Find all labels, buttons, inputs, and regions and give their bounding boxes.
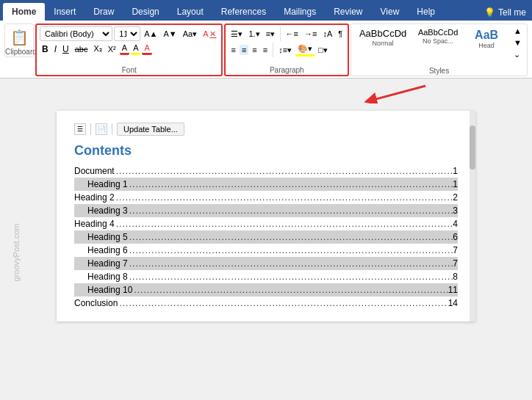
clipboard-group: 📋 Clipboard	[4, 23, 34, 57]
toc-entry-text: Heading 2	[74, 192, 115, 203]
styles-group: AaBbCcDd Normal AaBbCcDd No Spac... AaB …	[351, 23, 528, 76]
toc-entry-text: Heading 1	[87, 179, 128, 189]
subscript-btn[interactable]: X₂	[91, 43, 104, 54]
toc-menu-icon[interactable]: ☰	[74, 123, 86, 135]
increase-font-btn[interactable]: A▲	[142, 29, 159, 39]
underline-btn[interactable]: U	[60, 43, 71, 55]
align-right-btn[interactable]: ≡	[250, 45, 259, 55]
tab-review[interactable]: Review	[325, 3, 371, 21]
toc-divider	[90, 123, 91, 135]
ribbon: 📋 Clipboard Calibri (Body) 11 A▲ A▼ Aa▾ …	[0, 21, 532, 79]
bullets-btn[interactable]: ☰▾	[229, 29, 245, 40]
toc-entry: Heading 10..............................…	[74, 283, 458, 297]
tab-home[interactable]: Home	[3, 3, 45, 21]
watermark-text: groovyPost.com	[12, 224, 21, 282]
align-center-btn[interactable]: ≡	[240, 45, 248, 55]
tab-draw[interactable]: Draw	[85, 3, 123, 21]
update-table-btn[interactable]: Update Table...	[117, 123, 184, 136]
toc-entry: Heading 2...............................…	[74, 191, 458, 204]
decrease-font-btn[interactable]: A▼	[161, 29, 179, 39]
toc-entry: Conclusion..............................…	[74, 297, 458, 310]
toc-entry-dots: ........................................…	[128, 232, 453, 242]
toc-entries: Document................................…	[74, 164, 458, 310]
tab-mailings[interactable]: Mailings	[275, 3, 325, 21]
tab-view[interactable]: View	[372, 3, 409, 21]
toc-entry-text: Heading 6	[87, 245, 128, 255]
decrease-indent-btn[interactable]: ←≡	[284, 29, 301, 39]
tab-help[interactable]: Help	[408, 3, 444, 21]
style-head[interactable]: AaB Head	[464, 26, 508, 51]
toc-entry-text: Heading 7	[87, 258, 128, 269]
paragraph-group: ☰▾ 1.▾ ≡▾ ←≡ →≡ ↕A ¶ ≡ ≡ ≡ ≡ ↕≡▾ 🎨▾ □▾ P…	[224, 23, 349, 76]
toc-entry-page: 2	[453, 192, 458, 203]
shading-btn[interactable]: 🎨▾	[295, 43, 314, 57]
paragraph-group-label: Paragraph	[226, 66, 348, 74]
red-arrow-icon	[363, 80, 429, 103]
toc-entry-dots: ........................................…	[128, 245, 453, 255]
align-left-btn[interactable]: ≡	[229, 45, 237, 55]
line-spacing-btn[interactable]: ↕≡▾	[276, 45, 294, 56]
show-para-btn[interactable]: ¶	[336, 29, 345, 39]
tab-references[interactable]: References	[212, 3, 275, 21]
numbering-btn[interactable]: 1.▾	[246, 29, 262, 40]
toc-entry: Heading 3...............................…	[74, 204, 458, 217]
multilevel-btn[interactable]: ≡▾	[264, 29, 277, 40]
strikethrough-btn[interactable]: abc	[73, 44, 90, 54]
style-normal[interactable]: AaBbCcDd Normal	[354, 26, 411, 49]
toc-entry-page: 8	[453, 272, 458, 282]
style-normal-label: Normal	[373, 40, 394, 47]
styles-expand[interactable]: ⌄	[511, 49, 524, 60]
justify-btn[interactable]: ≡	[261, 45, 270, 55]
scroll-thumb[interactable]	[470, 126, 475, 170]
superscript-btn[interactable]: X²	[106, 44, 118, 54]
toc-entry: Document................................…	[74, 164, 458, 178]
style-nospace[interactable]: AaBbCcDd No Spac...	[413, 26, 463, 47]
style-head-preview: AaB	[475, 28, 498, 42]
styles-scroll-down[interactable]: ▼	[511, 37, 524, 48]
clear-format-btn[interactable]: A✕	[201, 29, 218, 40]
tell-me-label[interactable]: Tell me	[498, 7, 526, 18]
doc-scrollbar[interactable]	[470, 111, 475, 321]
styles-scroll-up[interactable]: ▲	[511, 26, 524, 36]
toc-entry-page: 1	[453, 166, 458, 176]
font-group-label: Font	[37, 66, 221, 74]
clipboard-label: Clipboard	[5, 48, 33, 56]
font-size-select[interactable]: 11	[114, 26, 140, 41]
toc-entry-page: 14	[448, 298, 458, 308]
italic-btn[interactable]: I	[52, 43, 59, 55]
toc-doc-icon[interactable]: 📄	[96, 123, 107, 135]
svg-line-0	[370, 86, 425, 101]
tab-insert[interactable]: Insert	[45, 3, 85, 21]
tab-design[interactable]: Design	[123, 3, 168, 21]
doc-page: ☰ 📄 Update Table... Contents Document...…	[57, 111, 475, 321]
change-case-btn[interactable]: Aa▾	[181, 29, 199, 40]
toc-entry-page: 11	[448, 285, 458, 295]
bold-btn[interactable]: B	[40, 43, 51, 55]
annotation-area	[0, 79, 532, 105]
toc-entry-text: Conclusion	[74, 298, 118, 308]
doc-area: groovyPost.com ☰ 📄 Update Table... Conte…	[0, 105, 532, 400]
clipboard-icon: 📋	[10, 29, 29, 46]
sort-btn[interactable]: ↕A	[320, 29, 334, 39]
toc-entry-page: 3	[453, 206, 458, 216]
font-group: Calibri (Body) 11 A▲ A▼ Aa▾ A✕ B I U abc…	[35, 23, 223, 76]
tab-layout[interactable]: Layout	[168, 3, 212, 21]
styles-group-label: Styles	[351, 67, 527, 75]
borders-btn[interactable]: □▾	[316, 45, 330, 56]
toc-entry-dots: ........................................…	[115, 192, 453, 203]
toc-entry: Heading 4...............................…	[74, 217, 458, 230]
text-color-btn[interactable]: A	[142, 43, 151, 55]
toc-entry: Heading 8...............................…	[74, 270, 458, 283]
tab-right-area: 💡 Tell me	[484, 7, 532, 21]
toc-entry: Heading 7...............................…	[74, 257, 458, 270]
increase-indent-btn[interactable]: →≡	[302, 29, 319, 39]
highlight-btn[interactable]: A	[131, 43, 140, 55]
lightbulb-icon[interactable]: 💡	[484, 7, 495, 18]
font-color-btn[interactable]: A	[120, 43, 129, 55]
toc-divider2	[112, 123, 112, 135]
toc-toolbar: ☰ 📄 Update Table...	[74, 123, 458, 136]
toc-entry-page: 6	[453, 232, 458, 242]
font-family-select[interactable]: Calibri (Body)	[40, 26, 112, 41]
doc-title: Contents	[74, 143, 458, 159]
toc-entry-text: Heading 3	[87, 206, 128, 216]
